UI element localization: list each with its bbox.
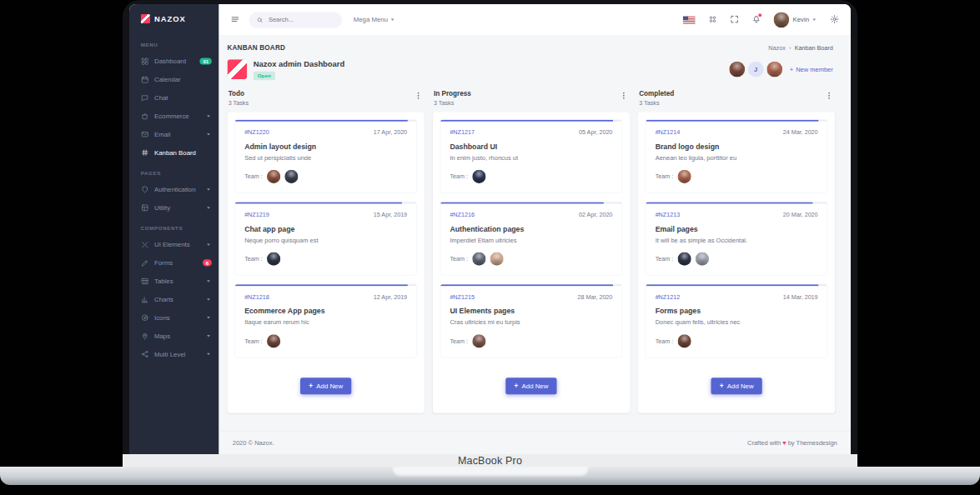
task-team-row: Team : [244, 334, 407, 348]
search-icon [257, 17, 264, 23]
breadcrumb: Nazox › Kanban Board [768, 44, 832, 51]
copyright-text: 2020 © Nazox. [233, 439, 274, 447]
mega-menu-dropdown[interactable]: Mega Menu [354, 16, 396, 23]
sidebar-item-multi-level[interactable]: Multi Level [129, 345, 219, 363]
task-date: 24 Mar, 2020 [783, 129, 818, 136]
team-member-avatar [677, 252, 691, 266]
add-new-wrap: +Add New [440, 378, 623, 394]
sidebar-item-label: Maps [154, 332, 202, 339]
menu-toggle-button[interactable] [230, 14, 239, 25]
task-card-body: #NZ121812 Apr, 2019Ecommerce App pagesIt… [235, 286, 417, 358]
breadcrumb-item-current: Kanban Board [795, 44, 833, 51]
add-new-button[interactable]: +Add New [505, 378, 556, 394]
sidebar-item-tables[interactable]: Tables [129, 272, 219, 290]
task-title: Dashboard UI [450, 142, 612, 151]
task-id-link[interactable]: #NZ1220 [244, 129, 269, 136]
task-id-link[interactable]: #NZ1213 [656, 212, 681, 218]
sidebar-item-kanban-board[interactable]: Kanban Board [129, 143, 219, 162]
task-card[interactable]: #NZ121915 Apr, 2019Chat app pageNeque po… [234, 202, 417, 276]
sidebar-item-ui-elements[interactable]: UI Elements [129, 236, 219, 254]
column-header: In Progress3 Tasks [433, 90, 630, 106]
task-card[interactable]: #NZ121705 Apr, 2020Dashboard UIIn enim j… [440, 119, 623, 193]
task-id-link[interactable]: #NZ1217 [450, 129, 475, 136]
sidebar-item-ecommerce[interactable]: Ecommerce [129, 107, 219, 125]
task-card-body: #NZ121705 Apr, 2020Dashboard UIIn enim j… [440, 122, 622, 193]
notification-dot-badge [758, 13, 761, 17]
task-card[interactable]: #NZ121424 Mar, 2020Brand logo designAene… [646, 119, 828, 193]
multi-icon [141, 350, 149, 358]
sidebar-item-utility[interactable]: Utility [129, 198, 219, 217]
team-label: Team : [450, 256, 468, 262]
sidebar-item-calendar[interactable]: Calendar [129, 70, 219, 88]
board-header-left: Nazox admin Dashboard Open [228, 59, 345, 80]
task-card[interactable]: #NZ121528 Mar, 2020UI Elements pagesCras… [440, 284, 623, 358]
add-new-button[interactable]: +Add New [711, 378, 762, 394]
add-new-label: Add New [316, 382, 343, 390]
dashboard-icon [141, 57, 149, 65]
breadcrumb-item-nazox[interactable]: Nazox [768, 44, 785, 51]
sidebar-item-dashboard[interactable]: Dashboard01 [129, 52, 219, 71]
brand-logo[interactable]: NAZOX [129, 4, 219, 33]
plus-icon: + [720, 382, 724, 389]
menu-icon [230, 14, 239, 25]
language-us-flag-icon[interactable] [683, 16, 696, 23]
sidebar-item-email[interactable]: Email [129, 125, 219, 143]
task-title: Chat app page [244, 224, 407, 232]
column-header: Todo3 Tasks [228, 90, 425, 106]
column-menu-dots-icon[interactable] [418, 95, 420, 97]
task-card[interactable]: #NZ121320 Mar, 2020Email pagesIt will be… [646, 202, 828, 276]
task-title: Admin layout design [244, 142, 407, 151]
task-card[interactable]: #NZ122017 Apr, 2020Admin layout designSe… [234, 119, 417, 193]
member-avatars: J [729, 62, 782, 78]
search-input[interactable] [268, 16, 330, 24]
menu-section-label: COMPONENTS [129, 217, 219, 236]
task-card[interactable]: #NZ121214 Mar, 2019Forms pagesDonec quam… [646, 284, 828, 358]
column-menu-dots-icon[interactable] [828, 95, 830, 97]
sidebar-nav: MENUDashboard01CalendarChatEcommerceEmai… [129, 33, 219, 363]
fullscreen-icon [730, 14, 739, 25]
task-card[interactable]: #NZ121812 Apr, 2019Ecommerce App pagesIt… [234, 284, 417, 358]
sidebar-item-maps[interactable]: Maps [129, 327, 219, 345]
settings-button[interactable] [830, 14, 839, 25]
column-task-count: 3 Tasks [229, 99, 249, 106]
topbar: Mega Menu [219, 4, 852, 36]
sidebar-item-authentication[interactable]: Authentication [129, 180, 219, 198]
notifications-button[interactable] [751, 14, 761, 25]
task-team-row: Team : [244, 170, 407, 183]
task-id-link[interactable]: #NZ1219 [244, 212, 269, 218]
search-box[interactable] [249, 12, 342, 28]
task-card[interactable]: #NZ121602 Apr, 2020Authentication pagesI… [440, 202, 623, 276]
task-description: Aenean leo ligula, porttitor eu [656, 154, 818, 162]
column-menu-dots-icon[interactable] [623, 95, 625, 97]
task-id-link[interactable]: #NZ1216 [450, 212, 475, 218]
fullscreen-button[interactable] [730, 14, 739, 25]
sidebar-item-charts[interactable]: Charts [129, 290, 219, 308]
team-member-avatar [472, 252, 485, 266]
sidebar-item-icons[interactable]: Icons [129, 308, 219, 327]
add-new-button[interactable]: +Add New [300, 378, 351, 394]
task-id-link[interactable]: #NZ1215 [450, 294, 475, 301]
macbook-mockup: NAZOX MENUDashboard01CalendarChatEcommer… [0, 0, 980, 495]
task-id-link[interactable]: #NZ1218 [244, 294, 269, 301]
sidebar-item-forms[interactable]: Forms6 [129, 253, 219, 272]
sidebar-item-chat[interactable]: Chat [129, 88, 219, 107]
page-title: KANBAN BOARD [228, 44, 286, 52]
plus-icon: + [514, 382, 518, 389]
ecommerce-icon [141, 112, 149, 120]
heart-icon: ♥ [782, 439, 786, 447]
task-title: Ecommerce App pages [244, 307, 407, 315]
task-id-link[interactable]: #NZ1212 [656, 294, 681, 301]
user-avatar [773, 12, 789, 28]
task-card-meta: #NZ121528 Mar, 2020 [450, 294, 612, 301]
task-id-link[interactable]: #NZ1214 [656, 129, 681, 136]
apps-grid-button[interactable] [708, 14, 717, 25]
column-title: Completed [639, 90, 674, 98]
user-menu[interactable]: Kevin [773, 12, 817, 28]
task-title: Email pages [656, 224, 818, 232]
task-date: 14 Mar, 2019 [783, 294, 818, 301]
new-member-button[interactable]: + New member [790, 66, 833, 73]
settings-gear-icon [830, 14, 839, 25]
chevron-down-icon [207, 280, 210, 282]
task-team-row: Team : [656, 170, 818, 183]
sidebar-item-label: UI Elements [154, 241, 202, 248]
